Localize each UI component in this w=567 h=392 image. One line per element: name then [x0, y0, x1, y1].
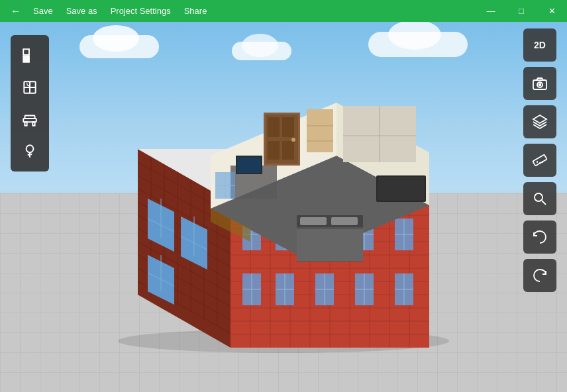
minimize-button[interactable]: —	[476, 0, 506, 22]
svg-marker-127	[533, 115, 546, 123]
main-viewport: 2D	[0, 22, 567, 392]
svg-rect-119	[25, 116, 34, 119]
search-icon	[532, 191, 548, 207]
window-tool-button[interactable]	[15, 72, 45, 103]
furniture-tool-button[interactable]	[15, 104, 45, 134]
svg-rect-92	[282, 141, 294, 160]
ruler-button[interactable]	[523, 144, 556, 177]
svg-point-120	[26, 145, 34, 152]
svg-rect-94	[307, 109, 333, 152]
svg-rect-106	[297, 229, 363, 261]
share-button[interactable]: Share	[178, 3, 214, 19]
undo-button[interactable]	[523, 220, 556, 254]
camera-icon	[532, 75, 548, 91]
svg-rect-90	[282, 117, 294, 137]
building-3d	[78, 70, 489, 354]
redo-button[interactable]	[523, 259, 556, 292]
project-settings-button[interactable]: Project Settings	[104, 3, 178, 19]
undo-icon	[532, 229, 548, 245]
save-button[interactable]: Save	[26, 3, 60, 19]
search-button[interactable]	[523, 182, 556, 215]
svg-point-93	[291, 138, 295, 142]
redo-icon	[532, 268, 548, 283]
svg-point-132	[535, 193, 542, 201]
layers-button[interactable]	[523, 105, 556, 138]
furniture-icon	[21, 111, 38, 128]
building-container	[53, 58, 514, 366]
cloud-1	[79, 35, 159, 58]
save-as-button[interactable]: Save as	[60, 3, 104, 19]
svg-point-126	[539, 84, 541, 86]
2d-toggle-button[interactable]: 2D	[523, 28, 556, 62]
ruler-icon	[532, 152, 548, 168]
window-controls: — □ ✕	[476, 0, 567, 22]
svg-rect-112	[23, 56, 29, 62]
floor-icon	[21, 47, 38, 64]
svg-rect-118	[32, 122, 34, 125]
plant-tool-button[interactable]	[15, 136, 45, 166]
svg-rect-99	[237, 157, 261, 173]
cloud-3	[368, 32, 468, 57]
plant-icon	[21, 142, 38, 160]
camera-button[interactable]	[523, 67, 556, 100]
svg-rect-89	[268, 117, 280, 137]
svg-rect-104	[300, 217, 327, 225]
2d-label: 2D	[534, 40, 546, 50]
svg-rect-105	[331, 217, 358, 225]
svg-rect-111	[23, 49, 29, 55]
svg-line-133	[542, 201, 546, 205]
cloud-2	[232, 42, 291, 60]
svg-rect-91	[268, 141, 280, 160]
svg-rect-101	[378, 177, 425, 201]
right-toolbar: 2D	[523, 28, 556, 292]
back-button[interactable]: ←	[5, 3, 26, 20]
close-button[interactable]: ✕	[537, 0, 567, 22]
floor-tool-button[interactable]	[15, 40, 45, 71]
layers-icon	[532, 114, 548, 130]
svg-rect-117	[25, 122, 26, 125]
maximize-button[interactable]: □	[506, 0, 537, 22]
svg-line-123	[30, 154, 32, 154]
titlebar: ← Save Save as Project Settings Share — …	[0, 0, 567, 22]
left-toolbar	[11, 35, 49, 172]
window-icon	[21, 79, 38, 96]
